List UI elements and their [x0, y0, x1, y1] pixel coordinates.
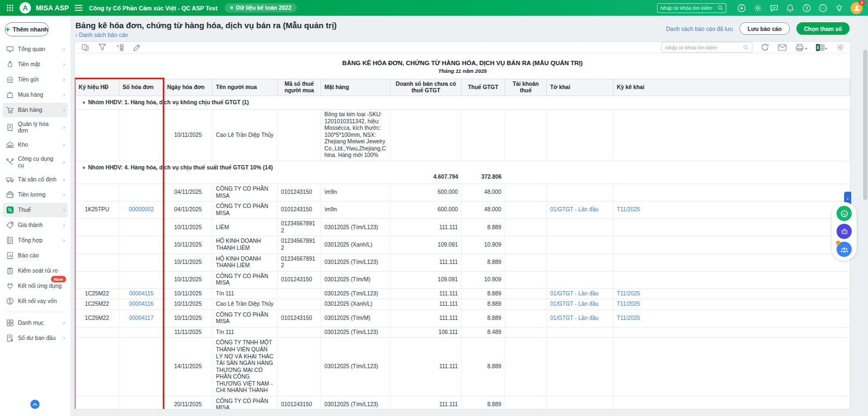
more-options-icon[interactable]	[818, 3, 827, 12]
cell-invoice-date: 20/11/2025	[164, 396, 213, 409]
print-dropdown[interactable]: ▾	[795, 43, 807, 52]
vertical-scrollbar-thumb[interactable]	[863, 50, 867, 200]
declaration-link[interactable]: 01/GTGT - Lần đầu	[550, 301, 598, 307]
invoice-number-link[interactable]: 00000002	[129, 206, 154, 212]
column-header[interactable]: Thuế GTGT	[462, 79, 505, 96]
add-column-icon[interactable]	[115, 43, 124, 52]
table-search[interactable]	[661, 42, 752, 53]
table-row[interactable]: 10/11/2025Cao Lê Trần Diệp ThủyBông tai …	[75, 110, 850, 161]
sidebar-item-overview[interactable]: Tổng quan›	[3, 42, 68, 56]
edit-pencil-icon[interactable]	[132, 43, 142, 52]
column-header[interactable]: Tên người mua	[213, 79, 278, 96]
sidebar-item-summary[interactable]: Tổng hợp›	[3, 233, 68, 248]
chat-icon[interactable]	[769, 3, 778, 12]
declaration-link[interactable]: 01/GTGT - Lần đầu	[550, 315, 598, 321]
whats-new-lamp-icon[interactable]	[834, 3, 844, 12]
sidebar-item-cost-tag[interactable]: Giá thành›	[3, 218, 68, 232]
group-header-row[interactable]: ▼Nhóm HHDV: 1. Hàng hóa, dịch vụ không c…	[75, 96, 850, 110]
collapse-triangle-icon[interactable]: ▼	[82, 100, 86, 105]
new-badge: New	[51, 276, 66, 282]
chevron-right-icon: ›	[63, 335, 65, 341]
company-name[interactable]: Công ty Cổ Phần Cảm xúc Việt - QC ASP Te…	[89, 5, 218, 11]
column-header[interactable]: Doanh số bán chưa có thuế GTGT	[391, 79, 462, 96]
declaration-period-link[interactable]: T11/2025	[617, 315, 640, 321]
column-header[interactable]: Số hóa đơn	[119, 79, 164, 96]
sidebar-item-loan[interactable]: Kết nối vay vốn	[3, 294, 68, 308]
column-header[interactable]: Mặt hàng	[321, 79, 391, 96]
sidebar-item-tools[interactable]: Công cụ dụng cụ›	[3, 153, 68, 172]
table-row[interactable]: 11/11/2025Tín 11103012025 (Tím/L123)106.…	[75, 327, 850, 338]
declaration-link[interactable]: 01/GTGT - Lần đầu	[550, 291, 598, 297]
sidebar-item-invoice[interactable]: Quản lý hóa đơn›	[3, 118, 68, 137]
gear-icon[interactable]	[753, 3, 762, 12]
community-fab[interactable]	[837, 242, 852, 257]
back-to-report-list-link[interactable]: ‹ Danh sách báo cáo	[75, 31, 128, 38]
column-header[interactable]: Kỳ kê khai	[614, 79, 850, 96]
help-icon[interactable]	[802, 3, 811, 12]
table-row[interactable]: 14/11/2025CÔNG TY TNHH MỘT THÀNH VIÊN QU…	[75, 338, 850, 396]
sidebar-item-cash[interactable]: Tiền mặt›	[3, 57, 68, 72]
sidebar-item-sales-cart[interactable]: Bán hàng›	[3, 103, 68, 117]
bell-icon[interactable]	[786, 3, 795, 12]
global-search-input[interactable]	[660, 5, 716, 11]
chat-support-fab[interactable]	[837, 206, 852, 221]
sidebar-item-opening-balance[interactable]: Số dư ban đầu›	[3, 331, 68, 345]
invoice-number-link[interactable]: 00004117	[129, 315, 154, 321]
sidebar-item-bank-deposit[interactable]: Tiền gửi›	[3, 72, 68, 87]
declaration-period-link[interactable]: T11/2025	[617, 301, 640, 307]
table-row[interactable]: 10/11/2025CÔNG TY CỔ PHẦN MISA0101243150…	[75, 271, 850, 288]
table-search-input[interactable]	[665, 45, 741, 51]
column-header[interactable]: Mã số thuế người mua	[278, 79, 321, 96]
saved-reports-link[interactable]: Danh sách báo cáo đã lưu	[666, 26, 733, 32]
choose-parameters-button[interactable]: Chọn tham số	[796, 22, 850, 35]
chevron-right-icon: ›	[63, 77, 65, 83]
quick-add-button[interactable]: +Thêm nhanh	[5, 22, 49, 36]
cell-item: 03012025 (Tím/M)	[321, 271, 391, 288]
save-report-button[interactable]: Lưu báo cáo	[739, 22, 790, 35]
collapse-triangle-icon[interactable]: ▼	[82, 166, 86, 171]
table-row[interactable]: 20/11/2025CÔNG TY CỔ PHẦN MISA0101243150…	[75, 396, 850, 409]
export-excel-dropdown[interactable]: ▾	[815, 43, 827, 52]
sidebar-item-payroll[interactable]: Tiền lương›	[3, 187, 68, 202]
column-header[interactable]: Tài khoản thuế	[505, 79, 547, 96]
invoice-number-link[interactable]: 00004116	[129, 301, 154, 307]
table-row[interactable]: 1C25M220000411610/11/2025Cao Lê Trần Diệ…	[75, 299, 850, 310]
scroll-top-button[interactable]	[30, 400, 40, 409]
ai-assistant-fab[interactable]	[837, 224, 852, 239]
sidebar-item-plug[interactable]: Kết nối ứng dụngNew	[3, 279, 68, 293]
global-search[interactable]	[657, 3, 726, 13]
sidebar-item-report[interactable]: Báo cáo	[3, 248, 68, 263]
table-row[interactable]: 1C25M220000411510/11/2025Tín 11103012025…	[75, 288, 850, 299]
sidebar-item-tax[interactable]: Thuế›	[3, 203, 68, 217]
column-header[interactable]: Tờ khai	[547, 79, 614, 96]
table-row[interactable]: 10/11/2025HỘ KINH DOANH THANH LIÊM012345…	[75, 254, 850, 271]
column-header[interactable]: Ký hiệu HĐ	[75, 79, 119, 96]
table-row[interactable]: 10/11/2025HỘ KINH DOANH THANH LIÊM012345…	[75, 236, 850, 254]
user-avatar[interactable]: 2	[851, 2, 863, 14]
table-row[interactable]: 10/11/2025LIÊM01234567891203012025 (Tím/…	[75, 219, 850, 236]
sidebar-item-category[interactable]: Danh mục›	[3, 316, 68, 330]
sidebar-item-warehouse[interactable]: Kho›	[3, 137, 68, 152]
declaration-link[interactable]: 01/GTGT - Lần đầu	[550, 206, 598, 212]
table-row[interactable]: 1K25TPU0000000204/11/2025CÔNG TY CỔ PHẦN…	[75, 201, 850, 219]
email-icon[interactable]	[778, 43, 787, 52]
table-row[interactable]: 04/11/2025CÔNG TY CỔ PHẦN MISA0101243150…	[75, 184, 850, 201]
filter-icon[interactable]	[98, 43, 107, 52]
declaration-period-link[interactable]: T11/2025	[617, 206, 640, 212]
sidebar-item-fixed-asset[interactable]: Tài sản cố định›	[3, 172, 68, 187]
declaration-period-link[interactable]: T11/2025	[617, 291, 640, 297]
apps-grid-icon[interactable]	[5, 3, 15, 12]
group-header-row[interactable]: ▼Nhóm HHDV: 4. Hàng hóa, dịch vụ chịu th…	[75, 161, 850, 173]
sidebar-item-purchase[interactable]: Mua hàng›	[3, 87, 68, 102]
hamburger-menu-icon[interactable]	[74, 3, 83, 12]
table-row[interactable]: 1C25M220000411710/11/2025CÔNG TY CỔ PHẦN…	[75, 310, 850, 327]
copy-icon[interactable]	[80, 43, 90, 52]
sidebar-item-label: Tổng hợp	[18, 237, 59, 244]
table-settings-gear-icon[interactable]	[835, 43, 845, 52]
download-icon[interactable]	[737, 3, 746, 12]
accounting-data-badge[interactable]: Dữ liệu kế toán 2022	[225, 3, 297, 12]
invoice-number-link[interactable]: 00004115	[129, 291, 154, 297]
column-header[interactable]: Ngày hóa đơn	[164, 79, 213, 96]
cell-item: 03012025 (Tím/L123)	[321, 288, 391, 299]
refresh-icon[interactable]	[761, 43, 770, 52]
